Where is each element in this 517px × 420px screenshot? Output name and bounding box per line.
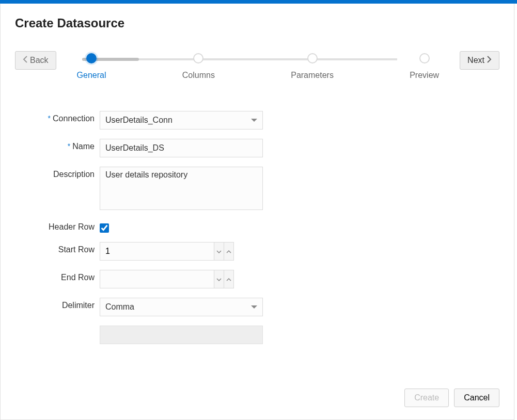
chevron-up-icon xyxy=(226,247,231,256)
chevron-down-icon xyxy=(216,274,222,284)
create-button[interactable]: Create xyxy=(404,389,449,407)
start-row-input[interactable] xyxy=(100,243,214,260)
step-circle-icon xyxy=(193,53,203,63)
label-connection: *Connection xyxy=(15,111,100,123)
end-row-increment[interactable] xyxy=(224,270,233,288)
row-disabled xyxy=(15,326,499,344)
end-row-input[interactable] xyxy=(100,270,214,288)
next-button-label: Next xyxy=(467,56,484,65)
back-button[interactable]: Back xyxy=(15,51,56,70)
label-empty xyxy=(15,326,100,329)
row-header-row: Header Row xyxy=(15,219,499,233)
step-general[interactable]: General xyxy=(77,53,106,80)
step-label: General xyxy=(77,71,106,80)
chevron-left-icon xyxy=(23,56,28,65)
start-row-decrement[interactable] xyxy=(214,243,224,260)
delimiter-select[interactable]: Comma xyxy=(100,298,263,316)
caret-down-icon xyxy=(251,305,257,309)
disabled-field xyxy=(100,326,263,344)
start-row-increment[interactable] xyxy=(224,243,233,260)
end-row-decrement[interactable] xyxy=(214,270,224,288)
step-circle-icon xyxy=(86,53,97,63)
chevron-up-icon xyxy=(226,274,231,284)
end-row-spinner xyxy=(100,270,234,288)
stepper: General Columns Parameters Preview xyxy=(56,51,460,80)
chevron-down-icon xyxy=(216,247,222,256)
chevron-right-icon xyxy=(487,56,492,65)
description-textarea[interactable] xyxy=(100,167,263,210)
name-input[interactable] xyxy=(100,139,263,157)
step-preview[interactable]: Preview xyxy=(410,53,439,80)
label-start-row: Start Row xyxy=(15,242,100,254)
label-header-row: Header Row xyxy=(15,219,100,232)
row-delimiter: Delimiter Comma xyxy=(15,298,499,316)
row-name: *Name xyxy=(15,139,499,157)
required-marker-icon: * xyxy=(68,142,70,150)
required-marker-icon: * xyxy=(48,114,51,122)
start-row-spinner xyxy=(100,242,234,261)
label-end-row: End Row xyxy=(15,270,100,282)
label-name: *Name xyxy=(15,139,100,151)
next-button[interactable]: Next xyxy=(460,51,499,70)
back-button-label: Back xyxy=(30,56,49,65)
form-area: *Connection UserDetails_Conn *Name Descr… xyxy=(15,111,499,344)
step-circle-icon xyxy=(307,53,318,63)
label-delimiter: Delimiter xyxy=(15,298,100,310)
step-label: Columns xyxy=(182,71,215,80)
label-description: Description xyxy=(15,167,100,179)
top-accent-bar xyxy=(0,0,517,4)
row-connection: *Connection UserDetails_Conn xyxy=(15,111,499,130)
row-description: Description xyxy=(15,167,499,210)
step-circle-icon xyxy=(419,53,430,63)
delimiter-value: Comma xyxy=(105,302,134,312)
wizard-row: Back General Columns Parameters Preview xyxy=(15,51,499,80)
cancel-button[interactable]: Cancel xyxy=(454,389,499,407)
footer-buttons: Create Cancel xyxy=(404,389,499,407)
connection-select[interactable]: UserDetails_Conn xyxy=(100,111,263,130)
header-row-checkbox[interactable] xyxy=(100,223,109,233)
step-label: Parameters xyxy=(291,71,334,80)
step-label: Preview xyxy=(410,71,439,80)
dialog-container: Create Datasource Back General Columns P… xyxy=(0,4,514,420)
row-start-row: Start Row xyxy=(15,242,499,261)
step-columns[interactable]: Columns xyxy=(182,53,215,80)
step-parameters[interactable]: Parameters xyxy=(291,53,334,80)
caret-down-icon xyxy=(251,119,257,122)
row-end-row: End Row xyxy=(15,270,499,288)
connection-value: UserDetails_Conn xyxy=(105,116,173,125)
page-title: Create Datasource xyxy=(15,16,499,30)
